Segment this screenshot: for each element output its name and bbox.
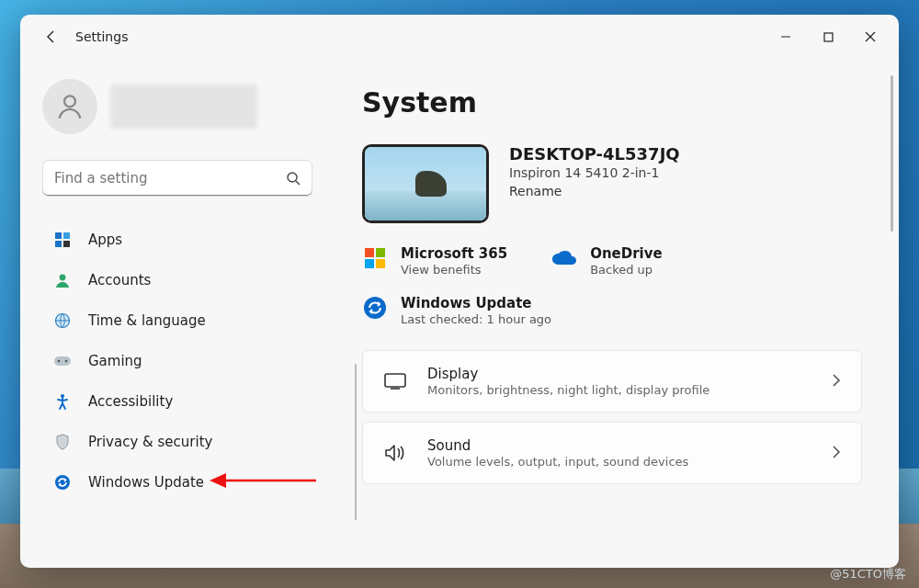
svg-rect-21 <box>376 259 385 268</box>
sidebar-item-gaming[interactable]: Gaming <box>42 342 312 380</box>
svg-rect-20 <box>365 259 374 268</box>
chevron-right-icon <box>832 445 841 462</box>
sidebar-item-apps[interactable]: Apps <box>42 220 312 259</box>
person-icon <box>54 91 85 122</box>
page-heading: System <box>362 86 862 119</box>
svg-rect-5 <box>55 232 62 239</box>
avatar <box>42 79 97 134</box>
svg-rect-6 <box>63 232 70 239</box>
content-area: System DESKTOP-4L537JQ Inspiron 14 5410 … <box>335 59 899 568</box>
window-body: Apps Accounts Time & language Gaming Acc… <box>20 59 899 568</box>
close-button[interactable] <box>849 22 891 51</box>
svg-point-2 <box>64 96 75 107</box>
titlebar: Settings <box>20 15 899 59</box>
svg-point-13 <box>65 360 68 363</box>
tile-title: OneDrive <box>590 245 663 262</box>
window-title: Settings <box>75 29 128 44</box>
arrow-left-icon <box>44 29 59 44</box>
globe-icon <box>53 311 72 330</box>
device-info: DESKTOP-4L537JQ Inspiron 14 5410 2-in-1 … <box>509 144 680 198</box>
sidebar-item-time-language[interactable]: Time & language <box>42 301 312 340</box>
back-button[interactable] <box>37 22 66 51</box>
accounts-icon <box>53 271 72 289</box>
device-model: Inspiron 14 5410 2-in-1 <box>509 165 680 180</box>
service-tile-row: Microsoft 365 View benefits OneDrive Bac… <box>362 245 862 277</box>
watermark: @51CTO博客 <box>830 566 906 582</box>
gaming-icon <box>53 352 72 370</box>
search-box[interactable] <box>42 160 312 197</box>
maximize-button[interactable] <box>807 22 849 51</box>
window-controls <box>765 22 891 51</box>
tile-sub: Backed up <box>590 263 663 277</box>
update-circle-icon <box>362 295 388 321</box>
sidebar: Apps Accounts Time & language Gaming Acc… <box>20 59 335 568</box>
card-sound[interactable]: Sound Volume levels, output, input, soun… <box>362 422 862 484</box>
tile-microsoft-365[interactable]: Microsoft 365 View benefits <box>362 245 507 277</box>
display-icon <box>383 369 407 393</box>
svg-rect-18 <box>365 248 374 257</box>
close-icon <box>865 31 876 42</box>
sidebar-item-label: Gaming <box>88 353 142 369</box>
sidebar-item-accessibility[interactable]: Accessibility <box>42 382 312 421</box>
content-scroll-indicator[interactable] <box>891 75 893 232</box>
microsoft-logo-icon <box>362 245 388 271</box>
apps-icon <box>53 231 72 249</box>
card-sub: Volume levels, output, input, sound devi… <box>427 455 688 469</box>
search-input[interactable] <box>54 170 286 187</box>
sidebar-item-privacy-security[interactable]: Privacy & security <box>42 423 312 461</box>
svg-point-22 <box>364 297 386 319</box>
device-name: DESKTOP-4L537JQ <box>509 144 680 164</box>
sidebar-item-label: Accessibility <box>88 393 173 410</box>
sound-icon <box>383 441 407 465</box>
card-title: Sound <box>427 437 688 454</box>
onedrive-icon <box>551 245 577 271</box>
minimize-icon <box>780 31 791 42</box>
device-row: DESKTOP-4L537JQ Inspiron 14 5410 2-in-1 … <box>362 144 862 223</box>
minimize-button[interactable] <box>765 22 807 51</box>
search-icon <box>286 171 301 186</box>
sidebar-item-label: Accounts <box>88 272 151 288</box>
profile-name-redacted <box>110 85 257 129</box>
svg-line-4 <box>296 181 300 185</box>
svg-rect-1 <box>824 33 833 41</box>
svg-point-15 <box>55 475 70 490</box>
tile-sub: View benefits <box>401 263 507 277</box>
device-thumbnail[interactable] <box>362 144 489 223</box>
tile-title: Microsoft 365 <box>401 245 507 262</box>
card-title: Display <box>427 366 709 382</box>
sidebar-item-accounts[interactable]: Accounts <box>42 261 312 300</box>
svg-rect-7 <box>55 241 62 247</box>
nav-list: Apps Accounts Time & language Gaming Acc… <box>42 220 312 502</box>
accessibility-icon <box>53 392 72 411</box>
profile-block[interactable] <box>42 79 312 134</box>
svg-point-12 <box>58 360 61 363</box>
maximize-icon <box>823 32 834 42</box>
card-display[interactable]: Display Monitors, brightness, night ligh… <box>362 350 862 413</box>
shield-icon <box>53 433 72 451</box>
tile-onedrive[interactable]: OneDrive Backed up <box>551 245 663 277</box>
settings-window: Settings Apps <box>20 15 899 568</box>
tile-title: Windows Update <box>401 295 551 311</box>
svg-point-9 <box>60 275 66 281</box>
svg-rect-11 <box>54 356 71 366</box>
card-sub: Monitors, brightness, night light, displ… <box>427 383 709 397</box>
svg-rect-8 <box>63 241 70 247</box>
sidebar-item-label: Time & language <box>88 312 206 329</box>
sidebar-item-label: Privacy & security <box>88 434 212 450</box>
svg-rect-19 <box>376 248 385 257</box>
rename-link[interactable]: Rename <box>509 184 680 198</box>
update-icon <box>53 473 72 492</box>
svg-rect-23 <box>385 374 405 387</box>
tile-windows-update[interactable]: Windows Update Last checked: 1 hour ago <box>362 295 862 326</box>
sidebar-item-windows-update[interactable]: Windows Update <box>42 463 312 502</box>
svg-point-3 <box>288 173 297 182</box>
sidebar-item-label: Apps <box>88 232 122 248</box>
tile-sub: Last checked: 1 hour ago <box>401 312 551 326</box>
sidebar-item-label: Windows Update <box>88 474 204 491</box>
chevron-right-icon <box>832 373 841 390</box>
